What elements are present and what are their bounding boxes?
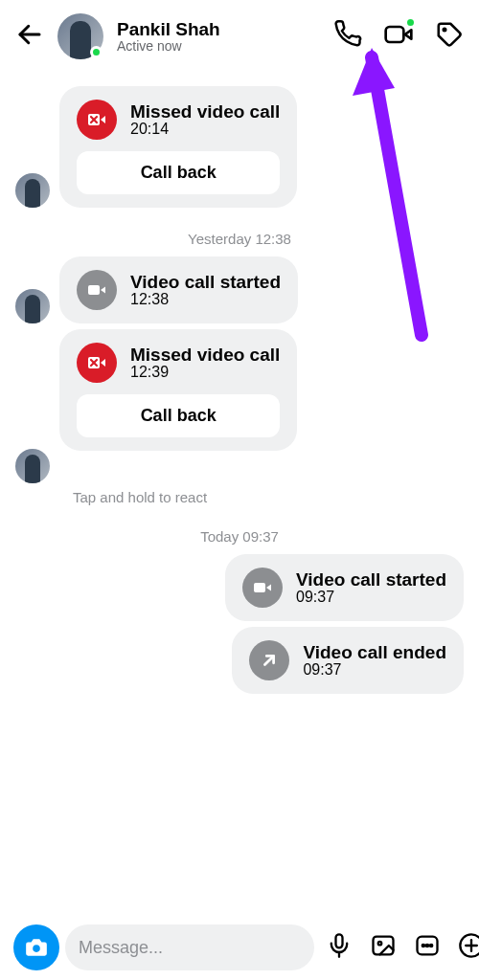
call-bubble-missed[interactable]: Missed video call 20:14 Call back — [59, 86, 297, 208]
call-time: 09:37 — [296, 589, 446, 606]
svg-marker-11 — [101, 359, 105, 367]
react-hint: Tap and hold to react — [73, 489, 464, 505]
online-indicator-icon — [90, 46, 103, 58]
message-row: Video call started 12:38 — [15, 256, 464, 323]
svg-point-20 — [378, 942, 382, 946]
svg-point-16 — [33, 945, 40, 952]
sender-avatar[interactable] — [15, 449, 50, 483]
video-ended-icon — [249, 640, 289, 680]
voice-call-button[interactable] — [333, 20, 362, 53]
image-icon — [370, 932, 397, 959]
message-row: Missed video call 20:14 Call back — [15, 86, 464, 208]
timestamp-label: Today 09:37 — [15, 528, 464, 545]
video-started-icon — [77, 270, 117, 310]
call-back-button[interactable]: Call back — [77, 151, 280, 194]
call-title: Missed video call — [130, 345, 280, 366]
sender-avatar[interactable] — [15, 289, 50, 323]
svg-point-22 — [422, 945, 424, 947]
call-title: Video call started — [130, 272, 281, 293]
online-dot-icon — [405, 17, 416, 28]
contact-status: Active now — [117, 38, 320, 54]
video-started-icon — [242, 568, 283, 608]
video-call-button[interactable] — [383, 19, 414, 54]
svg-point-3 — [444, 29, 446, 32]
sender-avatar[interactable] — [15, 173, 50, 208]
call-title: Video call started — [296, 569, 446, 590]
call-title: Missed video call — [130, 101, 280, 122]
message-input[interactable] — [65, 924, 314, 970]
missed-video-icon — [77, 100, 117, 140]
call-time: 12:39 — [130, 364, 280, 381]
call-time: 12:38 — [130, 291, 281, 308]
svg-marker-5 — [101, 116, 105, 123]
chat-header: Pankil Shah Active now — [0, 0, 479, 73]
call-bubble-started[interactable]: Video call started 09:37 — [225, 554, 464, 621]
voice-message-button[interactable] — [320, 932, 358, 963]
call-time: 09:37 — [303, 661, 446, 679]
message-composer — [0, 924, 479, 970]
mic-icon — [326, 932, 353, 959]
call-back-button[interactable]: Call back — [77, 394, 280, 437]
call-bubble-started[interactable]: Video call started 12:38 — [59, 256, 298, 323]
call-bubble-missed[interactable]: Missed video call 12:39 Call back — [59, 329, 297, 451]
back-arrow-icon — [15, 20, 44, 49]
gallery-button[interactable] — [364, 932, 402, 963]
chat-body[interactable]: Missed video call 20:14 Call back Yester… — [0, 73, 479, 694]
message-row: Video call ended 09:37 — [15, 627, 464, 694]
back-button[interactable] — [15, 20, 44, 53]
contact-avatar[interactable] — [57, 13, 103, 59]
message-row: Missed video call 12:39 Call back — [15, 329, 464, 451]
phone-icon — [333, 20, 362, 49]
message-row: Video call started 09:37 — [15, 554, 464, 621]
svg-marker-15 — [266, 585, 271, 591]
svg-rect-14 — [254, 583, 265, 592]
svg-rect-8 — [88, 285, 100, 295]
svg-marker-9 — [101, 287, 105, 294]
contact-name: Pankil Shah — [117, 19, 320, 40]
svg-point-24 — [430, 945, 432, 947]
sticker-button[interactable] — [408, 932, 446, 963]
more-button[interactable] — [452, 932, 479, 963]
svg-rect-17 — [336, 934, 343, 947]
camera-button[interactable] — [13, 924, 59, 970]
message-row — [15, 449, 464, 483]
tag-icon — [435, 20, 464, 49]
camera-icon — [24, 935, 49, 960]
call-title: Video call ended — [303, 642, 446, 663]
missed-video-icon — [77, 343, 117, 383]
timestamp-label: Yesterday 12:38 — [15, 231, 464, 247]
flag-button[interactable] — [435, 20, 464, 53]
svg-point-23 — [426, 945, 428, 947]
contact-title-block[interactable]: Pankil Shah Active now — [117, 19, 320, 54]
call-bubble-ended[interactable]: Video call ended 09:37 — [232, 627, 464, 694]
plus-circle-icon — [458, 932, 479, 959]
svg-rect-1 — [386, 27, 404, 42]
sticker-icon — [414, 932, 441, 959]
svg-marker-2 — [405, 30, 412, 38]
call-time: 20:14 — [130, 121, 280, 138]
